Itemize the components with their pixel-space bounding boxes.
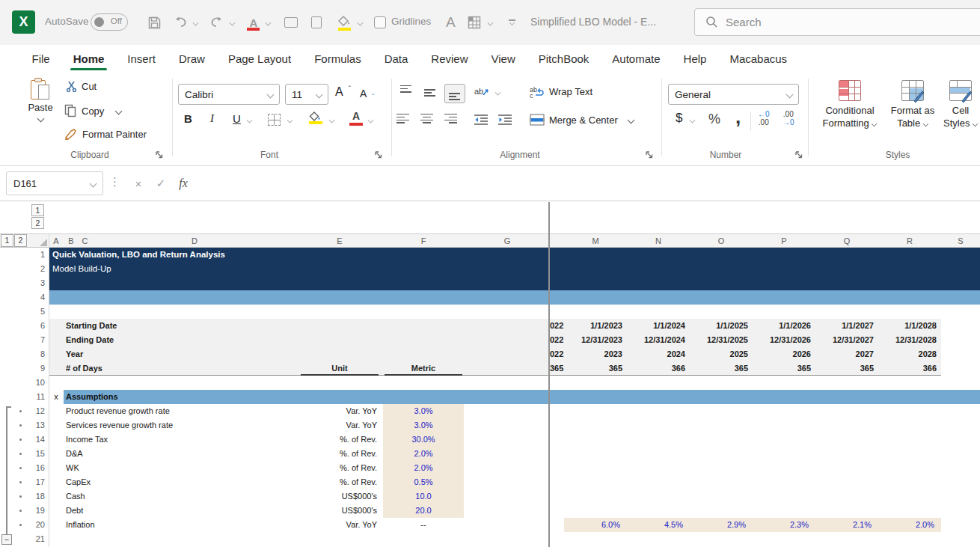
- assumption-metric-cell[interactable]: 3.0%: [382, 404, 465, 418]
- inflation-value-cell[interactable]: 2.1%: [815, 518, 878, 532]
- qat-overflow-icon[interactable]: [509, 13, 515, 31]
- unit-column-header[interactable]: Unit: [298, 361, 382, 376]
- tab-help[interactable]: Help: [672, 45, 718, 73]
- font-color-icon[interactable]: A: [245, 13, 262, 31]
- row-header-19[interactable]: 19: [30, 504, 49, 518]
- column-header-D[interactable]: D: [91, 234, 298, 248]
- decrease-indent-button[interactable]: [474, 114, 489, 125]
- tab-page-layout[interactable]: Page Layout: [216, 45, 302, 73]
- row-header-2[interactable]: 2: [30, 262, 49, 276]
- date-cell[interactable]: 12/31/2026: [753, 333, 815, 347]
- font-color-button[interactable]: A: [349, 110, 364, 126]
- borders-button[interactable]: [268, 114, 281, 126]
- underline-chevron-icon[interactable]: [247, 117, 252, 123]
- inflation-value-cell[interactable]: 2.3%: [753, 518, 815, 532]
- undo-menu-chevron-icon[interactable]: [193, 13, 198, 31]
- name-box[interactable]: D161: [6, 171, 103, 195]
- date-cell[interactable]: 2027: [815, 347, 878, 361]
- assumption-metric-cell[interactable]: 3.0%: [382, 418, 465, 433]
- assumption-unit[interactable]: %. of Rev.: [298, 461, 377, 475]
- assumption-label[interactable]: CapEx: [66, 475, 290, 489]
- date-cell[interactable]: 365: [690, 361, 753, 376]
- align-top-button[interactable]: [396, 84, 417, 103]
- row-header-3[interactable]: 3: [30, 276, 49, 290]
- tab-view[interactable]: View: [480, 45, 527, 73]
- row-header-9[interactable]: 9: [30, 361, 49, 376]
- assumptions-section-header[interactable]: Assumptions: [66, 390, 290, 404]
- row-header-4[interactable]: 4: [30, 290, 49, 305]
- undo-icon[interactable]: [173, 13, 188, 31]
- clipboard-dialog-launcher[interactable]: [155, 150, 165, 160]
- insert-function-button[interactable]: fx: [174, 172, 193, 195]
- row-header-10[interactable]: 10: [30, 376, 49, 390]
- row-header-1[interactable]: 1: [30, 248, 49, 262]
- row-outline-level-button[interactable]: 1: [1, 234, 13, 247]
- date-cell[interactable]: 1/1/2025: [690, 319, 753, 333]
- format-painter-button[interactable]: Format Painter: [64, 128, 147, 140]
- row-header-11[interactable]: 11: [30, 390, 49, 404]
- column-header-C[interactable]: C: [79, 234, 91, 248]
- column-header-Q[interactable]: Q: [815, 234, 878, 248]
- increase-font-button[interactable]: Aˆ: [335, 85, 351, 99]
- assumption-unit[interactable]: Var. YoY: [298, 418, 377, 433]
- increase-indent-button[interactable]: [498, 114, 512, 125]
- inflation-value-cell[interactable]: 4.5%: [627, 518, 690, 532]
- date-cell[interactable]: 12/31/2028: [878, 333, 941, 347]
- align-bottom-button[interactable]: [444, 84, 465, 103]
- assumption-label[interactable]: Cash: [66, 489, 290, 504]
- column-header-B[interactable]: B: [64, 234, 79, 248]
- assumption-metric-cell[interactable]: 10.0: [382, 489, 465, 504]
- row-outline-level-button[interactable]: 2: [14, 234, 27, 247]
- comma-style-button[interactable]: ,: [735, 106, 741, 129]
- cell-styles-button[interactable]: Cell Styles: [942, 80, 979, 129]
- table-style-icon[interactable]: [468, 13, 481, 31]
- font-glyph-icon[interactable]: A: [446, 13, 456, 31]
- assumption-label[interactable]: Inflation: [66, 518, 290, 532]
- assumption-metric-cell[interactable]: 2.0%: [382, 461, 465, 475]
- clipped-date-cell[interactable]: 022: [550, 347, 564, 361]
- date-cell[interactable]: 365: [815, 361, 878, 376]
- fill-color-chevron-icon[interactable]: [358, 13, 363, 31]
- date-cell[interactable]: 2025: [690, 347, 753, 361]
- align-center-button[interactable]: [420, 114, 433, 125]
- column-header-A[interactable]: A: [49, 234, 64, 248]
- date-cell[interactable]: 12/31/2023: [564, 333, 627, 347]
- date-row-label[interactable]: Year: [66, 347, 230, 361]
- date-cell[interactable]: 12/31/2025: [690, 333, 753, 347]
- date-row-label[interactable]: Ending Date: [66, 333, 230, 347]
- font-dialog-launcher[interactable]: [374, 150, 384, 160]
- assumption-label[interactable]: Debt: [66, 504, 290, 518]
- row-header-18[interactable]: 18: [30, 489, 49, 504]
- wrap-text-button[interactable]: abc Wrap Text: [530, 85, 592, 98]
- assumption-unit[interactable]: %. of Rev.: [298, 447, 377, 461]
- number-dialog-launcher[interactable]: [794, 150, 804, 160]
- column-header-S[interactable]: S: [941, 234, 980, 248]
- assumption-label[interactable]: WK: [66, 461, 290, 475]
- clipped-date-cell[interactable]: 022: [550, 333, 564, 347]
- row-header-20[interactable]: 20: [30, 518, 49, 532]
- column-header-F[interactable]: F: [382, 234, 465, 248]
- column-header-E[interactable]: E: [298, 234, 382, 248]
- paste-button[interactable]: Paste: [22, 79, 58, 121]
- row-height-icon[interactable]: [311, 13, 322, 31]
- tab-automate[interactable]: Automate: [601, 45, 672, 73]
- cut-button[interactable]: Cut: [66, 81, 97, 92]
- row-header-13[interactable]: 13: [30, 418, 49, 433]
- cancel-button[interactable]: ×: [129, 172, 148, 195]
- date-cell[interactable]: 365: [753, 361, 815, 376]
- formula-bar-handle[interactable]: ⋮: [109, 175, 120, 189]
- align-left-button[interactable]: [396, 114, 409, 125]
- font-color-chevron-icon[interactable]: [266, 13, 271, 31]
- percent-style-button[interactable]: %: [708, 111, 720, 127]
- number-format-select[interactable]: General: [668, 84, 799, 105]
- orientation-chevron-icon[interactable]: [495, 90, 500, 95]
- assumption-unit[interactable]: Var. YoY: [298, 404, 377, 418]
- assumption-metric-cell[interactable]: 0.5%: [382, 475, 465, 489]
- search-box[interactable]: Search: [694, 8, 980, 36]
- assumption-metric-cell[interactable]: 20.0: [382, 504, 465, 518]
- date-cell[interactable]: 1/1/2028: [878, 319, 941, 333]
- row-header-12[interactable]: 12: [30, 404, 49, 418]
- assumption-metric-cell[interactable]: 2.0%: [382, 447, 465, 461]
- underline-button[interactable]: U: [233, 112, 241, 125]
- redo-icon[interactable]: [209, 13, 224, 31]
